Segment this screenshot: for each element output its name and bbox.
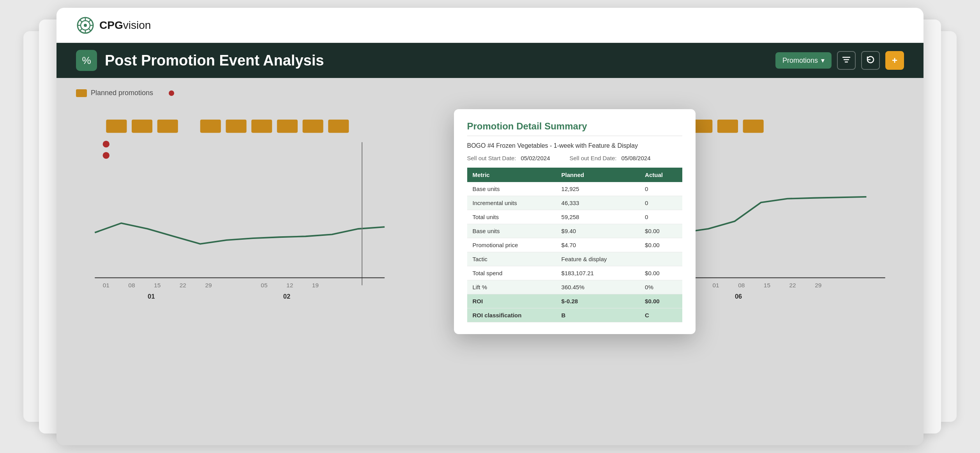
page-title-bar: % Post Promotion Event Analysis Promotio… [57, 43, 923, 78]
refresh-icon [866, 55, 875, 66]
cell-metric: Base units [467, 182, 556, 196]
cell-metric: Tactic [467, 252, 556, 266]
plus-icon: + [892, 55, 897, 66]
modal-overlay: Promotion Detail Summary BOGO #4 Frozen … [57, 78, 923, 445]
filter-icon [842, 55, 851, 66]
main-card: CPGvision % Post Promotion Event Analysi… [57, 8, 923, 445]
sell-out-start: Sell out Start Date: 05/02/2024 [467, 155, 550, 161]
table-row: Incremental units46,3330 [467, 196, 682, 210]
cell-actual: 0% [639, 280, 682, 294]
svg-line-10 [79, 28, 82, 31]
table-row: Base units$9.40$0.00 [467, 224, 682, 238]
cell-metric: ROI classification [467, 308, 556, 322]
cell-actual: 0 [639, 182, 682, 196]
table-header-row: Metric Planned Actual [467, 168, 682, 182]
logo-text: CPGvision [99, 19, 151, 32]
sell-out-end: Sell out End Date: 05/08/2024 [569, 155, 650, 161]
table-row: Promotional price$4.70$0.00 [467, 238, 682, 252]
table-row: Total units59,2580 [467, 210, 682, 224]
main-content: Planned promotions [57, 78, 923, 445]
cell-metric: ROI [467, 294, 556, 308]
modal-divider [467, 136, 682, 136]
cell-planned: $4.70 [556, 238, 640, 252]
table-row: ROI$-0.28$0.00 [467, 294, 682, 308]
cell-planned: 360.45% [556, 280, 640, 294]
logo-area: CPGvision [76, 16, 151, 35]
promotions-dropdown[interactable]: Promotions ▾ [775, 52, 832, 69]
table-row: Lift %360.45%0% [467, 280, 682, 294]
header-bar: CPGvision [57, 8, 923, 43]
cell-planned: 12,925 [556, 182, 640, 196]
cell-actual: 0 [639, 196, 682, 210]
sell-out-start-label: Sell out Start Date: [467, 155, 516, 161]
cell-planned: $183,107.21 [556, 266, 640, 280]
modal-dates: Sell out Start Date: 05/02/2024 Sell out… [467, 155, 682, 161]
cell-actual: C [639, 308, 682, 322]
percent-icon: % [76, 50, 97, 71]
sell-out-start-value: 05/02/2024 [521, 155, 550, 161]
cell-metric: Incremental units [467, 196, 556, 210]
cell-planned: $9.40 [556, 224, 640, 238]
cell-planned: Feature & display [556, 252, 640, 266]
svg-line-7 [79, 19, 82, 22]
table-row: Base units12,9250 [467, 182, 682, 196]
page-title-right: Promotions ▾ [775, 51, 904, 70]
modal-subtitle: BOGO #4 Frozen Vegetables - 1-week with … [467, 142, 682, 149]
promotion-detail-modal[interactable]: Promotion Detail Summary BOGO #4 Frozen … [454, 109, 696, 334]
filter-button[interactable] [837, 51, 856, 70]
modal-title: Promotion Detail Summary [467, 121, 682, 132]
svg-line-9 [89, 19, 91, 22]
cell-actual: $0.00 [639, 266, 682, 280]
cell-actual: $0.00 [639, 238, 682, 252]
chevron-down-icon: ▾ [821, 56, 825, 65]
cell-metric: Promotional price [467, 238, 556, 252]
promotions-label: Promotions [782, 57, 818, 65]
table-body: Base units12,9250Incremental units46,333… [467, 182, 682, 322]
refresh-button[interactable] [861, 51, 880, 70]
cell-metric: Lift % [467, 280, 556, 294]
cell-planned: B [556, 308, 640, 322]
cell-actual: $0.00 [639, 224, 682, 238]
col-planned: Planned [556, 168, 640, 182]
table-row: TacticFeature & display [467, 252, 682, 266]
cell-metric: Base units [467, 224, 556, 238]
table-header: Metric Planned Actual [467, 168, 682, 182]
cell-metric: Total spend [467, 266, 556, 280]
table-row: ROI classificationBC [467, 308, 682, 322]
page-title: Post Promotion Event Analysis [105, 52, 324, 69]
table-row: Total spend$183,107.21$0.00 [467, 266, 682, 280]
svg-line-8 [89, 28, 91, 31]
cpgvision-logo-icon [76, 16, 95, 35]
cell-actual [639, 252, 682, 266]
cell-planned: 46,333 [556, 196, 640, 210]
svg-point-2 [84, 24, 87, 27]
cell-planned: 59,258 [556, 210, 640, 224]
promotion-detail-table: Metric Planned Actual Base units12,9250I… [467, 168, 682, 322]
cell-actual: 0 [639, 210, 682, 224]
sell-out-end-value: 05/08/2024 [621, 155, 650, 161]
add-button[interactable]: + [885, 51, 904, 70]
col-actual: Actual [639, 168, 682, 182]
sell-out-end-label: Sell out End Date: [569, 155, 616, 161]
cell-actual: $0.00 [639, 294, 682, 308]
col-metric: Metric [467, 168, 556, 182]
page-title-left: % Post Promotion Event Analysis [76, 50, 324, 71]
cell-metric: Total units [467, 210, 556, 224]
cell-planned: $-0.28 [556, 294, 640, 308]
